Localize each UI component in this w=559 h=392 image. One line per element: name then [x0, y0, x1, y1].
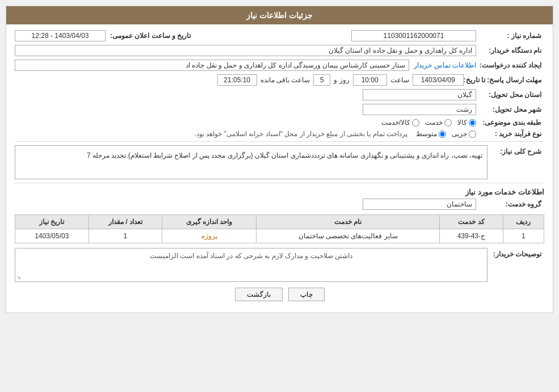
cell-service-name: سایر فعالیت‌های تخصصی ساختمان [257, 229, 440, 243]
category-label-kala: کالا [457, 119, 467, 127]
creator-value: ستار حسینی کارشناس پیمان ورسیدگی اداره ک… [15, 60, 409, 71]
cell-row-num: 1 [503, 229, 544, 243]
divider-1 [15, 141, 544, 142]
deadline-remaining: 21:05:10 [217, 74, 257, 86]
divider-2 [15, 183, 544, 183]
service-group-label: گروه خدمت: [476, 200, 544, 208]
city-row: شهر محل تحویل: رشت [15, 104, 544, 115]
category-option-kala-khedmat: کالا/خدمت [381, 119, 419, 127]
table-header-row: ردیف کد خدمت نام خدمت واحد اندازه گیری ت… [15, 215, 544, 229]
announce-date-value: 1403/04/03 - 12:28 [15, 30, 106, 41]
creator-row: ایجاد کننده درخواست: اطلاعات تماس خریدار… [15, 60, 544, 71]
category-row: طبقه بندی موضوعی: کالا خدمت کالا/خدمت [15, 119, 544, 127]
need-number-row: شماره نیاز : 1103001162000071 تاریخ و سا… [15, 30, 544, 41]
process-radio-jozi[interactable] [469, 130, 476, 138]
need-desc-value: تهیه، نصب، راه اندازی و پشتیبانی و نگهدا… [15, 145, 487, 179]
buyer-org-row: نام دستگاه خریدار: اداره کل راهداری و حم… [15, 45, 544, 56]
creator-label: ایجاد کننده درخواست: [476, 61, 544, 69]
deadline-date: 1403/04/09 [413, 74, 464, 86]
process-radio-group: جزیی متوسط [416, 130, 476, 138]
need-number-value: 1103001162000071 [351, 30, 476, 41]
province-label: استان محل تحویل: [476, 91, 544, 99]
deadline-time: 10:00 [353, 74, 387, 86]
process-row: نوع فرآیند خرید : جزیی متوسط پرداخت تمام… [15, 130, 544, 138]
province-value: گیلان [363, 89, 476, 100]
deadline-label: مهلت ارسال پاسخ: تا تاریخ: [464, 76, 544, 84]
resize-handle: ↘ [16, 274, 21, 280]
cell-service-code: ج-43-439 [440, 229, 503, 243]
col-service-code: کد خدمت [440, 215, 503, 229]
process-option-motavaset: متوسط [416, 130, 446, 138]
col-unit: واحد اندازه گیری [162, 215, 257, 229]
back-button[interactable]: بازگشت [235, 288, 283, 301]
service-group-row: گروه خدمت: ساختمان [15, 199, 544, 210]
service-table: ردیف کد خدمت نام خدمت واحد اندازه گیری ت… [15, 214, 544, 243]
col-date: تاریخ نیاز [15, 215, 89, 229]
cell-date: 1403/05/03 [15, 229, 89, 243]
page-header: جزئیات اطلاعات نیاز [6, 6, 553, 24]
deadline-remaining-label: ساعت باقی مانده [260, 76, 310, 84]
cell-quantity: 1 [89, 229, 162, 243]
page-title: جزئیات اطلاعات نیاز [246, 11, 313, 20]
process-label-motavaset: متوسط [416, 130, 437, 138]
deadline-day-label: روز و [334, 76, 349, 84]
buttons-row: چاپ بازگشت [15, 288, 544, 301]
buyer-desc-value: داشتن صلاحیت و مدارک لازم به شرحی که در … [15, 248, 487, 282]
category-label-kala-khedmat: کالا/خدمت [381, 119, 410, 127]
service-info-title: اطلاعات خدمات مورد نیاز [15, 188, 544, 196]
need-number-label: شماره نیاز : [476, 32, 544, 40]
category-radio-kala-khedmat[interactable] [412, 119, 419, 127]
print-button[interactable]: چاپ [288, 288, 325, 301]
service-group-value: ساختمان [363, 199, 476, 210]
buyer-org-value: اداره کل راهداری و حمل و نقل جاده ای است… [15, 45, 476, 56]
creator-contact-link[interactable]: اطلاعات تماس خریدار [414, 61, 476, 69]
province-row: استان محل تحویل: گیلان [15, 89, 544, 100]
deadline-time-label: ساعت [390, 76, 409, 84]
announce-date-label: تاریخ و ساعت اعلان عمومی: [110, 32, 191, 40]
category-label-khedmat: خدمت [425, 119, 443, 127]
table-row: 1 ج-43-439 سایر فعالیت‌های تخصصی ساختمان… [15, 229, 544, 243]
need-desc-row: شرح کلی نیاز: تهیه، نصب، راه اندازی و پش… [15, 145, 544, 179]
col-row-num: ردیف [503, 215, 544, 229]
col-quantity: تعداد / مقدار [89, 215, 162, 229]
need-desc-label: شرح کلی نیاز: [487, 147, 544, 155]
process-option-jozi: جزیی [452, 130, 476, 138]
category-option-kala: کالا [457, 119, 476, 127]
category-option-khedmat: خدمت [425, 119, 452, 127]
category-radio-kala[interactable] [469, 119, 476, 127]
buyer-org-label: نام دستگاه خریدار: [476, 47, 544, 54]
deadline-row: مهلت ارسال پاسخ: تا تاریخ: 1403/04/09 سا… [15, 74, 544, 86]
category-radio-group: کالا خدمت کالا/خدمت [381, 119, 476, 127]
cell-unit[interactable]: پروژه [162, 229, 257, 243]
buyer-desc-row: توصیحات خریدار: داشتن صلاحیت و مدارک لاز… [15, 248, 544, 282]
buyer-desc-label: توصیحات خریدار: [487, 250, 544, 258]
col-service-name: نام خدمت [257, 215, 440, 229]
process-label-jozi: جزیی [452, 130, 467, 138]
city-label: شهر محل تحویل: [476, 106, 544, 113]
city-value: رشت [363, 104, 476, 115]
category-label: طبقه بندی موضوعی: [476, 119, 544, 127]
process-note: پرداخت تمام یا بخشی از مبلغ خریدار از مح… [15, 130, 407, 138]
process-label: نوع فرآیند خرید : [476, 130, 544, 138]
process-radio-motavaset[interactable] [439, 130, 446, 138]
service-table-section: ردیف کد خدمت نام خدمت واحد اندازه گیری ت… [15, 214, 544, 243]
deadline-days: 5 [313, 74, 330, 86]
category-radio-khedmat[interactable] [444, 119, 452, 127]
